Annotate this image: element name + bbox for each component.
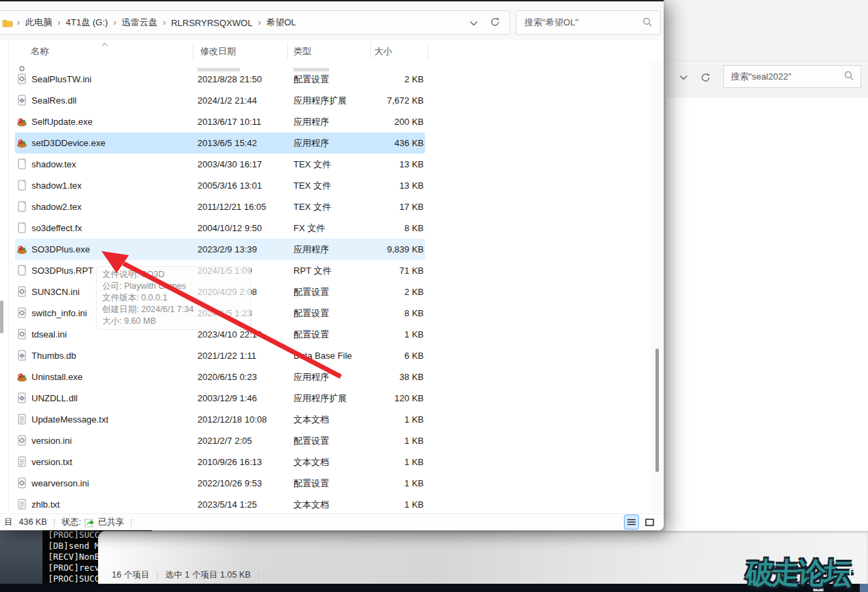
file-type: FX 文件 xyxy=(293,217,325,239)
file-row[interactable]: so3deffect.fx2004/10/12 9:50FX 文件8 KB xyxy=(15,217,425,239)
file-date: 2004/10/12 9:50 xyxy=(197,217,262,239)
file-size: 1 KB xyxy=(405,494,424,515)
txt-file-icon xyxy=(16,456,27,467)
breadcrumb[interactable]: ›此电脑›4T1盘 (G:)›迅雷云盘›RLRSRYRSQXWOL›希望OL xyxy=(0,10,510,35)
refresh-button[interactable] xyxy=(695,65,716,89)
breadcrumb-item-1[interactable]: 4T1盘 (G:) xyxy=(63,16,110,29)
file-name: shadow2.tex xyxy=(32,196,82,217)
scrollbar-thumb[interactable] xyxy=(655,348,659,472)
tooltip-line: 创建日期: 2024/6/1 7:34 xyxy=(102,304,245,316)
file-row[interactable]: SelfUpdate.exe2013/6/17 10:11应用程序200 KB xyxy=(15,111,425,132)
show-desktop-corner[interactable] xyxy=(860,584,868,592)
file-date: 2003/4/30 16:17 xyxy=(197,154,262,175)
file-row[interactable]: UNZDLL.dll2003/12/9 1:46应用程序扩展120 KB xyxy=(15,388,425,409)
file-name: SealRes.dll xyxy=(32,90,77,111)
file-row[interactable]: Uninstall.exe2020/6/15 0:23应用程序38 KB xyxy=(15,366,425,388)
column-header-date[interactable]: 修改日期 xyxy=(200,45,236,58)
sort-ascending-icon xyxy=(101,38,108,49)
file-type: 配置设置 xyxy=(293,430,329,451)
file-row[interactable]: version.ini2021/2/7 2:05配置设置1 KB xyxy=(15,430,425,451)
file-name: SealPlusTW.ini xyxy=(32,69,91,90)
search-icon xyxy=(844,71,854,82)
file-name: switch_info.ini xyxy=(32,303,87,324)
file-size: 13 KB xyxy=(400,175,424,196)
file-type: 配置设置 xyxy=(293,303,329,324)
toolbar-separator xyxy=(665,60,868,61)
shared-icon xyxy=(84,517,95,528)
statusbar: 目 436 KB | 状态: 已共享 | xyxy=(0,513,664,530)
ini-file-icon xyxy=(16,307,27,318)
status-state-label: 状态: xyxy=(62,517,81,528)
breadcrumb-item-3[interactable]: RLRSRYRSQXWOL xyxy=(168,18,255,28)
dll-file-icon xyxy=(16,350,27,361)
file-row[interactable]: setD3DDevice.exe2013/6/5 15:42应用程序436 KB xyxy=(15,132,425,154)
status-divider: | xyxy=(156,571,158,580)
blank-file-icon xyxy=(16,158,27,169)
status-size: 436 KB xyxy=(19,517,47,527)
file-name: version.ini xyxy=(32,430,72,451)
blank-file-icon xyxy=(16,222,27,233)
file-row[interactable]: UpdateMessage.txt2012/12/18 10:08文本文档1 K… xyxy=(15,409,425,430)
file-size: 6 KB xyxy=(405,345,424,366)
items-count: 16 个项目 xyxy=(112,569,149,581)
file-row[interactable]: wearverson.ini2022/10/26 9:53配置设置1 KB xyxy=(15,473,425,494)
search-text: 搜索"希望OL" xyxy=(525,16,579,29)
breadcrumb-item-2[interactable]: 迅雷云盘 xyxy=(119,16,160,29)
file-type: 应用程序 xyxy=(293,111,329,132)
status-divider: | xyxy=(258,571,260,580)
file-row[interactable]: SO3DPlus.exe2023/2/9 13:39应用程序9,839 KB xyxy=(15,239,425,260)
file-type: 文本文档 xyxy=(293,494,329,515)
file-row[interactable]: version.txt2010/9/26 16:13文本文档1 KB xyxy=(15,451,425,473)
file-type: 文本文档 xyxy=(293,409,329,430)
column-header-type[interactable]: 类型 xyxy=(293,45,311,58)
file-type: 配置设置 xyxy=(293,473,329,494)
file-row[interactable]: shadow2.tex2011/12/21 16:05TEX 文件17 KB xyxy=(15,196,425,217)
address-toolbar: ›此电脑›4T1盘 (G:)›迅雷云盘›RLRSRYRSQXWOL›希望OL 搜… xyxy=(0,1,664,40)
search-icon xyxy=(642,17,652,29)
txt-file-icon xyxy=(16,499,27,510)
background-window-fragment xyxy=(0,528,44,586)
file-row[interactable]: shadow.tex2003/4/30 16:17TEX 文件13 KB xyxy=(15,154,425,175)
column-separator xyxy=(428,43,429,59)
search-input[interactable]: 搜索"希望OL" xyxy=(516,10,661,35)
file-row[interactable]: SealRes.dll2024/1/2 21:44应用程序扩展7,672 KB xyxy=(15,90,425,111)
column-header-size[interactable]: 大小 xyxy=(374,45,392,58)
file-size: 13 KB xyxy=(400,154,424,175)
file-name: UNZDLL.dll xyxy=(32,388,77,409)
app-exe-icon xyxy=(16,244,27,254)
file-type: TEX 文件 xyxy=(293,196,331,217)
file-row[interactable]: shadow1.tex2005/3/16 13:01TEX 文件13 KB xyxy=(15,175,425,196)
breadcrumb-separator: › xyxy=(255,18,263,27)
column-header-name[interactable]: 名称 xyxy=(31,45,49,58)
file-type: 应用程序 xyxy=(293,132,329,154)
breadcrumb-item-4[interactable]: 希望OL xyxy=(263,16,298,29)
app-exe-icon xyxy=(16,116,27,127)
file-size: 120 KB xyxy=(394,388,424,409)
address-dropdown-button[interactable] xyxy=(470,18,478,28)
app-exe-icon xyxy=(16,371,27,382)
file-type: 应用程序 xyxy=(293,239,329,260)
file-row[interactable]: zhlb.txt2023/5/14 1:25文本文档1 KB xyxy=(15,494,425,515)
file-type: 应用程序 xyxy=(293,366,329,388)
file-row[interactable]: SealPlusTW.ini2021/8/28 21:50配置设置2 KB xyxy=(15,69,425,90)
column-separator xyxy=(370,43,371,59)
details-view-button[interactable] xyxy=(624,514,639,530)
address-dropdown-button[interactable] xyxy=(673,65,694,89)
large-icons-view-button[interactable] xyxy=(642,514,657,530)
tooltip-line: 文件版本: 0.0.0.1 xyxy=(102,292,245,304)
file-type: TEX 文件 xyxy=(293,175,331,196)
file-row[interactable]: Thumbs.db2021/1/22 1:11Data Base File6 K… xyxy=(15,345,425,366)
file-date: 2023/2/9 13:39 xyxy=(197,239,257,260)
file-type: 配置设置 xyxy=(293,281,329,303)
breadcrumb-item-0[interactable]: 此电脑 xyxy=(23,16,55,29)
file-size: 38 KB xyxy=(400,366,424,388)
file-date: 2020/6/15 0:23 xyxy=(197,366,257,388)
taskbar-chevron-button[interactable] xyxy=(813,584,823,591)
search-input[interactable]: 搜索"seal2022" xyxy=(723,65,861,88)
file-type: 配置设置 xyxy=(293,324,329,345)
refresh-icon xyxy=(701,73,710,82)
refresh-icon xyxy=(490,17,500,27)
file-type: 应用程序扩展 xyxy=(293,388,347,409)
file-date: 2003/12/9 1:46 xyxy=(197,388,257,409)
refresh-button[interactable] xyxy=(490,17,500,29)
